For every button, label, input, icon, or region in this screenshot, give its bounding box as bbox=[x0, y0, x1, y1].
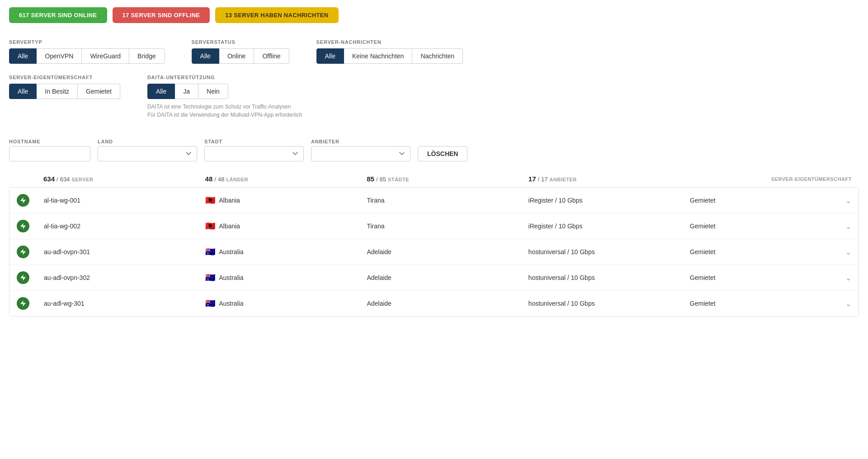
server-table: al-tia-wg-001 🇦🇱 Albania Tirana iRegiste… bbox=[9, 187, 859, 317]
serverstatus-offline-button[interactable]: Offline bbox=[254, 48, 289, 64]
gemietet-button[interactable]: Gemietet bbox=[78, 84, 120, 99]
daita-note-1: DAITA ist eine Technologie zum Schutz vo… bbox=[147, 103, 302, 111]
servers-main: 634 bbox=[43, 175, 55, 183]
country-name: Albania bbox=[219, 197, 240, 204]
countries-main: 48 bbox=[205, 175, 213, 183]
country-cell: 🇦🇺 Australia bbox=[205, 298, 367, 308]
country-select[interactable] bbox=[98, 146, 197, 161]
ownership-cell: Gemietet ⌄ bbox=[690, 299, 851, 308]
serverstatus-group: SERVERSTATUS Alle Online Offline bbox=[192, 39, 289, 64]
provider-cell: iRegister / 10 Gbps bbox=[528, 197, 690, 204]
table-row[interactable]: al-tia-wg-002 🇦🇱 Albania Tirana iRegiste… bbox=[9, 213, 859, 239]
servertyp-openvpn-button[interactable]: OpenVPN bbox=[37, 48, 82, 64]
ownership-cell: Gemietet ⌄ bbox=[690, 196, 851, 205]
country-cell: 🇦🇱 Albania bbox=[205, 221, 367, 231]
expand-icon[interactable]: ⌄ bbox=[845, 248, 851, 256]
country-name: Australia bbox=[219, 248, 243, 256]
serverstatus-btngroup: Alle Online Offline bbox=[192, 48, 289, 64]
table-row[interactable]: al-tia-wg-001 🇦🇱 Albania Tirana iRegiste… bbox=[9, 188, 859, 213]
top-bar: 617 SERVER SIND ONLINE 17 SERVER SIND OF… bbox=[0, 0, 868, 30]
hostname-label: HOSTNAME bbox=[9, 139, 90, 144]
server-nachrichten-btngroup: Alle Keine Nachrichten Nachrichten bbox=[316, 48, 463, 64]
cities-total: 85 bbox=[380, 176, 386, 183]
countries-stat: 48 / 48 LÄNDER bbox=[205, 175, 367, 183]
status-icon bbox=[17, 271, 44, 284]
serverstatus-alle-button[interactable]: Alle bbox=[192, 48, 219, 64]
serverstatus-label: SERVERSTATUS bbox=[192, 39, 289, 45]
provider-label: ANBIETER bbox=[311, 139, 410, 144]
messages-servers-button[interactable]: 13 SERVER HABEN NACHRICHTEN bbox=[215, 7, 338, 23]
online-servers-button[interactable]: 617 SERVER SIND ONLINE bbox=[9, 7, 107, 23]
country-name: Australia bbox=[219, 300, 243, 307]
countries-label: LÄNDER bbox=[226, 177, 248, 182]
servertyp-alle-button[interactable]: Alle bbox=[9, 48, 37, 64]
providers-total: 17 bbox=[541, 176, 547, 183]
server-name: au-adl-ovpn-302 bbox=[44, 274, 205, 281]
providers-stat: 17 / 17 ANBIETER bbox=[528, 175, 690, 183]
servers-stat: 634 / 634 SERVER bbox=[43, 175, 205, 183]
ownership-value: Gemietet bbox=[690, 274, 716, 281]
servertyp-wireguard-button[interactable]: WireGuard bbox=[82, 48, 129, 64]
provider-select[interactable] bbox=[311, 146, 410, 161]
table-row[interactable]: au-adl-wg-301 🇦🇺 Australia Adelaide host… bbox=[9, 291, 859, 316]
expand-icon[interactable]: ⌄ bbox=[845, 299, 851, 308]
ownership-column-header: SERVER-EIGENTÜMERSCHAFT bbox=[690, 176, 852, 182]
provider-field: ANBIETER bbox=[311, 139, 410, 161]
table-row[interactable]: au-adl-ovpn-301 🇦🇺 Australia Adelaide ho… bbox=[9, 239, 859, 265]
servers-slash: / bbox=[57, 176, 58, 183]
nachrichten-alle-button[interactable]: Alle bbox=[316, 48, 344, 64]
ownership-cell: Gemietet ⌄ bbox=[690, 248, 851, 256]
daita-group: DAITA-UNTERSTÜTZUNG Alle Ja Nein DAITA i… bbox=[147, 75, 302, 119]
country-name: Australia bbox=[219, 274, 243, 281]
server-eigentuemerschaft-label: SERVER-EIGENTÜMERSCHAFT bbox=[9, 75, 120, 80]
country-cell: 🇦🇺 Australia bbox=[205, 273, 367, 283]
server-name: au-adl-wg-301 bbox=[44, 300, 205, 307]
table-stats: 634 / 634 SERVER 48 / 48 LÄNDER 85 / 85 … bbox=[9, 170, 859, 187]
keine-nachrichten-button[interactable]: Keine Nachrichten bbox=[344, 48, 412, 64]
serverstatus-online-button[interactable]: Online bbox=[219, 48, 254, 64]
flag-icon: 🇦🇺 bbox=[205, 298, 215, 308]
in-besitz-button[interactable]: In Besitz bbox=[37, 84, 78, 99]
providers-label: ANBIETER bbox=[550, 177, 577, 182]
daita-ja-button[interactable]: Ja bbox=[175, 84, 198, 99]
daita-alle-button[interactable]: Alle bbox=[147, 84, 175, 99]
flag-icon: 🇦🇺 bbox=[205, 273, 215, 283]
provider-cell: hostuniversal / 10 Gbps bbox=[528, 300, 690, 307]
cities-stat: 85 / 85 STÄDTE bbox=[367, 175, 528, 183]
cities-main: 85 bbox=[367, 175, 374, 183]
country-cell: 🇦🇺 Australia bbox=[205, 247, 367, 257]
flag-icon: 🇦🇺 bbox=[205, 247, 215, 257]
servertyp-label: SERVERTYP bbox=[9, 39, 165, 45]
providers-slash: / bbox=[538, 176, 539, 183]
cities-label: STÄDTE bbox=[388, 177, 409, 182]
city-cell: Tirana bbox=[367, 222, 528, 230]
server-eigentuemerschaft-btngroup: Alle In Besitz Gemietet bbox=[9, 84, 120, 99]
ownership-cell: Gemietet ⌄ bbox=[690, 274, 851, 282]
status-icon bbox=[17, 194, 44, 207]
flag-icon: 🇦🇱 bbox=[205, 221, 215, 231]
city-select[interactable] bbox=[204, 146, 304, 161]
offline-servers-button[interactable]: 17 SERVER SIND OFFLINE bbox=[113, 7, 210, 23]
city-cell: Adelaide bbox=[367, 248, 528, 256]
country-field: LAND bbox=[98, 139, 197, 161]
server-eigentuemerschaft-group: SERVER-EIGENTÜMERSCHAFT Alle In Besitz G… bbox=[9, 75, 120, 99]
expand-icon[interactable]: ⌄ bbox=[845, 196, 851, 205]
hostname-input[interactable] bbox=[9, 146, 90, 161]
table-row[interactable]: au-adl-ovpn-302 🇦🇺 Australia Adelaide ho… bbox=[9, 265, 859, 291]
servertyp-group: SERVERTYP Alle OpenVPN WireGuard Bridge bbox=[9, 39, 165, 64]
server-name: au-adl-ovpn-301 bbox=[44, 248, 205, 256]
expand-icon[interactable]: ⌄ bbox=[845, 222, 851, 231]
ownership-value: Gemietet bbox=[690, 248, 716, 256]
eigentuemerschaft-alle-button[interactable]: Alle bbox=[9, 84, 37, 99]
servertyp-bridge-button[interactable]: Bridge bbox=[129, 48, 164, 64]
provider-cell: hostuniversal / 10 Gbps bbox=[528, 274, 690, 281]
hostname-field: HOSTNAME bbox=[9, 139, 90, 161]
country-cell: 🇦🇱 Albania bbox=[205, 195, 367, 205]
nachrichten-button[interactable]: Nachrichten bbox=[412, 48, 463, 64]
clear-button[interactable]: LÖSCHEN bbox=[418, 146, 467, 161]
daita-btngroup: Alle Ja Nein bbox=[147, 84, 302, 99]
daita-nein-button[interactable]: Nein bbox=[198, 84, 228, 99]
expand-icon[interactable]: ⌄ bbox=[845, 274, 851, 282]
flag-icon: 🇦🇱 bbox=[205, 195, 215, 205]
server-nachrichten-group: SERVER-NACHRICHTEN Alle Keine Nachrichte… bbox=[316, 39, 463, 64]
